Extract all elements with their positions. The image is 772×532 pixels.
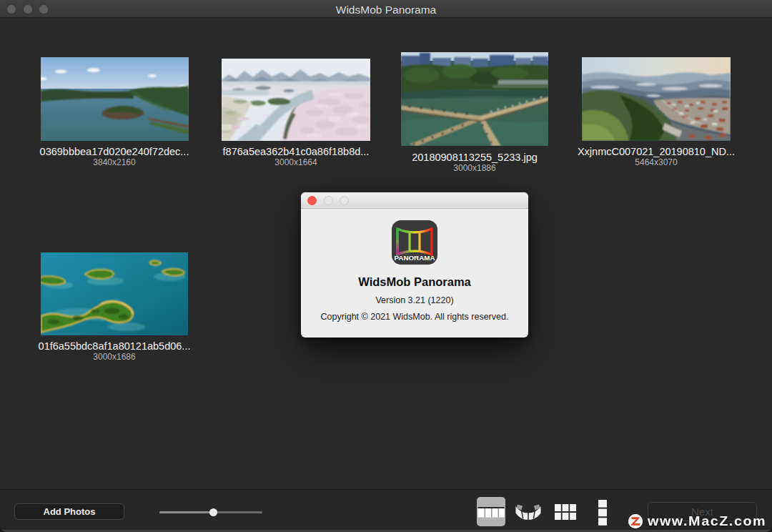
svg-text:PANORAMA: PANORAMA (395, 254, 435, 262)
